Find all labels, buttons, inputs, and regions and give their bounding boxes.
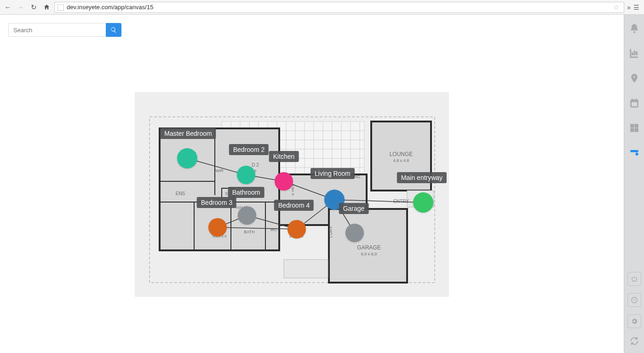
rail-canvas-icon[interactable] bbox=[629, 147, 640, 158]
rail-chart-icon[interactable] bbox=[629, 48, 640, 59]
content-area: LOUNGE 4.8 x 4.8 GARAGE 6.0 x 6.0 ENTRY … bbox=[0, 15, 624, 353]
search-button[interactable] bbox=[106, 23, 121, 37]
search-input[interactable] bbox=[8, 23, 106, 37]
node-label-bathroom: Bathroom bbox=[228, 187, 264, 198]
nodes-layer: Master BedroomBedroom 2KitchenLiving Roo… bbox=[146, 103, 438, 288]
node-label-master-bedroom: Master Bedroom bbox=[160, 128, 216, 139]
node-bedroom-2[interactable] bbox=[237, 166, 255, 184]
rail-settings-button[interactable] bbox=[627, 314, 641, 328]
right-rail: ? bbox=[624, 15, 644, 353]
search-bar bbox=[8, 23, 121, 37]
node-main-entryway[interactable] bbox=[413, 192, 433, 213]
node-label-living-room: Living Room bbox=[310, 168, 355, 179]
node-garage[interactable] bbox=[345, 224, 364, 242]
rail-power-button[interactable] bbox=[627, 272, 641, 286]
floorplan[interactable]: LOUNGE 4.8 x 4.8 GARAGE 6.0 x 6.0 ENTRY … bbox=[146, 103, 438, 288]
svg-rect-60 bbox=[630, 150, 638, 152]
rail-notifications-icon[interactable] bbox=[629, 23, 640, 34]
node-label-kitchen: Kitchen bbox=[269, 151, 299, 162]
node-label-main-entryway: Main entryway bbox=[397, 172, 447, 183]
rail-help-button[interactable]: ? bbox=[627, 293, 641, 307]
node-bathroom[interactable] bbox=[238, 206, 256, 225]
node-bedroom-3[interactable] bbox=[208, 218, 227, 237]
bookmark-star-icon[interactable]: ☆ bbox=[611, 3, 621, 12]
url-bar[interactable]: dev.inseyete.com/app/canvas/15 ☆ bbox=[54, 2, 624, 13]
node-label-bedroom-4: Bedroom 4 bbox=[274, 200, 314, 211]
node-kitchen[interactable] bbox=[275, 172, 293, 191]
node-master-bedroom[interactable] bbox=[177, 148, 197, 168]
browser-overflow-icon[interactable]: » bbox=[627, 4, 631, 11]
node-label-bedroom-2: Bedroom 2 bbox=[229, 144, 269, 155]
page-icon bbox=[58, 4, 64, 11]
node-bedroom-4[interactable] bbox=[288, 220, 306, 238]
browser-menu-icon[interactable]: ☰ bbox=[633, 4, 639, 11]
url-text: dev.inseyete.com/app/canvas/15 bbox=[67, 4, 153, 11]
browser-home-button[interactable] bbox=[41, 2, 52, 12]
browser-back-button[interactable]: ← bbox=[3, 2, 13, 12]
rail-sync-icon[interactable] bbox=[629, 336, 640, 347]
svg-point-61 bbox=[635, 153, 638, 156]
rail-pin-icon[interactable] bbox=[629, 73, 640, 84]
search-icon bbox=[110, 27, 117, 33]
svg-text:?: ? bbox=[633, 298, 635, 302]
node-label-garage: Garage bbox=[339, 203, 369, 214]
rail-calendar-icon[interactable] bbox=[629, 98, 640, 109]
browser-chrome: ← → ↻ dev.inseyete.com/app/canvas/15 ☆ »… bbox=[0, 0, 644, 15]
canvas-frame: LOUNGE 4.8 x 4.8 GARAGE 6.0 x 6.0 ENTRY … bbox=[135, 92, 449, 297]
node-label-bedroom-3: Bedroom 3 bbox=[197, 197, 236, 208]
browser-reload-button[interactable]: ↻ bbox=[29, 2, 39, 12]
node-living-room[interactable] bbox=[324, 190, 345, 210]
rail-grid-icon[interactable] bbox=[629, 122, 640, 133]
browser-forward-button: → bbox=[16, 2, 26, 12]
